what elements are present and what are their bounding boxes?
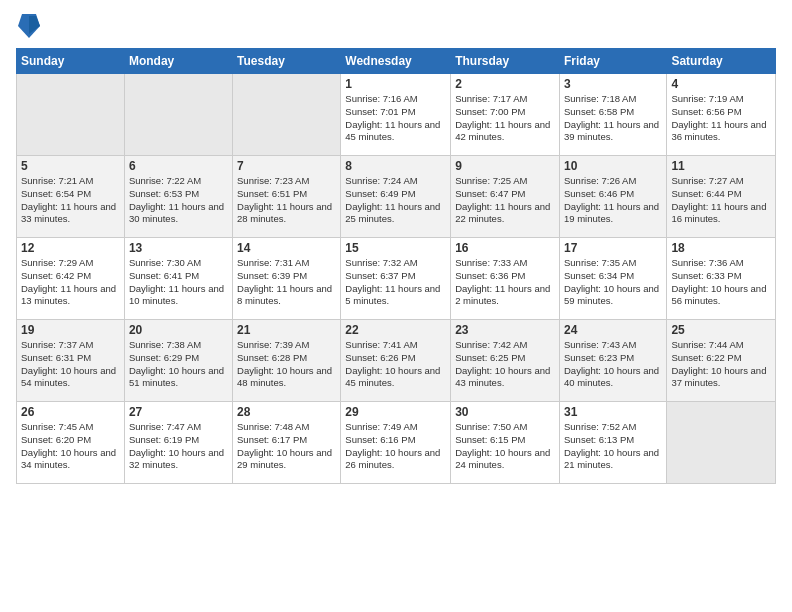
day-header-monday: Monday xyxy=(124,49,232,74)
calendar-cell xyxy=(667,402,776,484)
logo xyxy=(16,12,40,40)
calendar-cell: 31Sunrise: 7:52 AM Sunset: 6:13 PM Dayli… xyxy=(559,402,666,484)
day-info: Sunrise: 7:26 AM Sunset: 6:46 PM Dayligh… xyxy=(564,175,662,226)
day-number: 19 xyxy=(21,323,120,337)
calendar-cell: 22Sunrise: 7:41 AM Sunset: 6:26 PM Dayli… xyxy=(341,320,451,402)
day-info: Sunrise: 7:21 AM Sunset: 6:54 PM Dayligh… xyxy=(21,175,120,226)
calendar-cell: 30Sunrise: 7:50 AM Sunset: 6:15 PM Dayli… xyxy=(451,402,560,484)
calendar-cell xyxy=(124,74,232,156)
day-info: Sunrise: 7:44 AM Sunset: 6:22 PM Dayligh… xyxy=(671,339,771,390)
calendar-cell: 23Sunrise: 7:42 AM Sunset: 6:25 PM Dayli… xyxy=(451,320,560,402)
day-info: Sunrise: 7:39 AM Sunset: 6:28 PM Dayligh… xyxy=(237,339,336,390)
day-info: Sunrise: 7:42 AM Sunset: 6:25 PM Dayligh… xyxy=(455,339,555,390)
calendar-cell xyxy=(17,74,125,156)
calendar-cell: 29Sunrise: 7:49 AM Sunset: 6:16 PM Dayli… xyxy=(341,402,451,484)
calendar-week-row: 12Sunrise: 7:29 AM Sunset: 6:42 PM Dayli… xyxy=(17,238,776,320)
calendar-header-row: SundayMondayTuesdayWednesdayThursdayFrid… xyxy=(17,49,776,74)
day-info: Sunrise: 7:24 AM Sunset: 6:49 PM Dayligh… xyxy=(345,175,446,226)
day-info: Sunrise: 7:48 AM Sunset: 6:17 PM Dayligh… xyxy=(237,421,336,472)
day-number: 10 xyxy=(564,159,662,173)
calendar-cell: 27Sunrise: 7:47 AM Sunset: 6:19 PM Dayli… xyxy=(124,402,232,484)
day-number: 3 xyxy=(564,77,662,91)
logo-icon xyxy=(18,12,40,40)
calendar-cell: 9Sunrise: 7:25 AM Sunset: 6:47 PM Daylig… xyxy=(451,156,560,238)
day-number: 8 xyxy=(345,159,446,173)
day-number: 5 xyxy=(21,159,120,173)
day-header-thursday: Thursday xyxy=(451,49,560,74)
day-number: 14 xyxy=(237,241,336,255)
day-number: 20 xyxy=(129,323,228,337)
day-number: 29 xyxy=(345,405,446,419)
day-info: Sunrise: 7:47 AM Sunset: 6:19 PM Dayligh… xyxy=(129,421,228,472)
calendar-cell: 13Sunrise: 7:30 AM Sunset: 6:41 PM Dayli… xyxy=(124,238,232,320)
calendar-week-row: 5Sunrise: 7:21 AM Sunset: 6:54 PM Daylig… xyxy=(17,156,776,238)
calendar-cell: 8Sunrise: 7:24 AM Sunset: 6:49 PM Daylig… xyxy=(341,156,451,238)
calendar-cell: 3Sunrise: 7:18 AM Sunset: 6:58 PM Daylig… xyxy=(559,74,666,156)
day-number: 12 xyxy=(21,241,120,255)
calendar-cell: 14Sunrise: 7:31 AM Sunset: 6:39 PM Dayli… xyxy=(233,238,341,320)
day-header-saturday: Saturday xyxy=(667,49,776,74)
day-info: Sunrise: 7:29 AM Sunset: 6:42 PM Dayligh… xyxy=(21,257,120,308)
calendar-cell: 24Sunrise: 7:43 AM Sunset: 6:23 PM Dayli… xyxy=(559,320,666,402)
calendar-cell: 18Sunrise: 7:36 AM Sunset: 6:33 PM Dayli… xyxy=(667,238,776,320)
calendar-cell: 2Sunrise: 7:17 AM Sunset: 7:00 PM Daylig… xyxy=(451,74,560,156)
day-info: Sunrise: 7:50 AM Sunset: 6:15 PM Dayligh… xyxy=(455,421,555,472)
day-number: 16 xyxy=(455,241,555,255)
calendar-cell: 5Sunrise: 7:21 AM Sunset: 6:54 PM Daylig… xyxy=(17,156,125,238)
calendar-week-row: 19Sunrise: 7:37 AM Sunset: 6:31 PM Dayli… xyxy=(17,320,776,402)
day-number: 17 xyxy=(564,241,662,255)
day-info: Sunrise: 7:52 AM Sunset: 6:13 PM Dayligh… xyxy=(564,421,662,472)
calendar-cell: 20Sunrise: 7:38 AM Sunset: 6:29 PM Dayli… xyxy=(124,320,232,402)
day-number: 27 xyxy=(129,405,228,419)
calendar-cell: 25Sunrise: 7:44 AM Sunset: 6:22 PM Dayli… xyxy=(667,320,776,402)
day-number: 31 xyxy=(564,405,662,419)
calendar-week-row: 26Sunrise: 7:45 AM Sunset: 6:20 PM Dayli… xyxy=(17,402,776,484)
calendar-cell: 15Sunrise: 7:32 AM Sunset: 6:37 PM Dayli… xyxy=(341,238,451,320)
calendar-cell: 28Sunrise: 7:48 AM Sunset: 6:17 PM Dayli… xyxy=(233,402,341,484)
day-number: 13 xyxy=(129,241,228,255)
day-number: 26 xyxy=(21,405,120,419)
day-number: 1 xyxy=(345,77,446,91)
day-info: Sunrise: 7:18 AM Sunset: 6:58 PM Dayligh… xyxy=(564,93,662,144)
day-header-friday: Friday xyxy=(559,49,666,74)
header xyxy=(16,12,776,40)
calendar-week-row: 1Sunrise: 7:16 AM Sunset: 7:01 PM Daylig… xyxy=(17,74,776,156)
day-info: Sunrise: 7:25 AM Sunset: 6:47 PM Dayligh… xyxy=(455,175,555,226)
calendar-cell: 16Sunrise: 7:33 AM Sunset: 6:36 PM Dayli… xyxy=(451,238,560,320)
calendar-cell: 11Sunrise: 7:27 AM Sunset: 6:44 PM Dayli… xyxy=(667,156,776,238)
calendar-cell: 12Sunrise: 7:29 AM Sunset: 6:42 PM Dayli… xyxy=(17,238,125,320)
calendar-cell: 19Sunrise: 7:37 AM Sunset: 6:31 PM Dayli… xyxy=(17,320,125,402)
day-info: Sunrise: 7:32 AM Sunset: 6:37 PM Dayligh… xyxy=(345,257,446,308)
day-number: 25 xyxy=(671,323,771,337)
day-info: Sunrise: 7:30 AM Sunset: 6:41 PM Dayligh… xyxy=(129,257,228,308)
day-number: 11 xyxy=(671,159,771,173)
day-info: Sunrise: 7:27 AM Sunset: 6:44 PM Dayligh… xyxy=(671,175,771,226)
calendar-cell: 6Sunrise: 7:22 AM Sunset: 6:53 PM Daylig… xyxy=(124,156,232,238)
day-info: Sunrise: 7:23 AM Sunset: 6:51 PM Dayligh… xyxy=(237,175,336,226)
day-number: 24 xyxy=(564,323,662,337)
calendar-cell xyxy=(233,74,341,156)
calendar-cell: 26Sunrise: 7:45 AM Sunset: 6:20 PM Dayli… xyxy=(17,402,125,484)
day-number: 9 xyxy=(455,159,555,173)
day-info: Sunrise: 7:35 AM Sunset: 6:34 PM Dayligh… xyxy=(564,257,662,308)
calendar-cell: 1Sunrise: 7:16 AM Sunset: 7:01 PM Daylig… xyxy=(341,74,451,156)
day-info: Sunrise: 7:43 AM Sunset: 6:23 PM Dayligh… xyxy=(564,339,662,390)
day-number: 21 xyxy=(237,323,336,337)
day-number: 6 xyxy=(129,159,228,173)
day-info: Sunrise: 7:36 AM Sunset: 6:33 PM Dayligh… xyxy=(671,257,771,308)
day-number: 2 xyxy=(455,77,555,91)
day-number: 15 xyxy=(345,241,446,255)
day-number: 18 xyxy=(671,241,771,255)
calendar-table: SundayMondayTuesdayWednesdayThursdayFrid… xyxy=(16,48,776,484)
calendar-cell: 7Sunrise: 7:23 AM Sunset: 6:51 PM Daylig… xyxy=(233,156,341,238)
day-number: 28 xyxy=(237,405,336,419)
calendar-cell: 10Sunrise: 7:26 AM Sunset: 6:46 PM Dayli… xyxy=(559,156,666,238)
day-header-tuesday: Tuesday xyxy=(233,49,341,74)
day-header-wednesday: Wednesday xyxy=(341,49,451,74)
calendar-cell: 21Sunrise: 7:39 AM Sunset: 6:28 PM Dayli… xyxy=(233,320,341,402)
day-info: Sunrise: 7:31 AM Sunset: 6:39 PM Dayligh… xyxy=(237,257,336,308)
day-info: Sunrise: 7:37 AM Sunset: 6:31 PM Dayligh… xyxy=(21,339,120,390)
day-number: 22 xyxy=(345,323,446,337)
day-number: 30 xyxy=(455,405,555,419)
day-info: Sunrise: 7:49 AM Sunset: 6:16 PM Dayligh… xyxy=(345,421,446,472)
